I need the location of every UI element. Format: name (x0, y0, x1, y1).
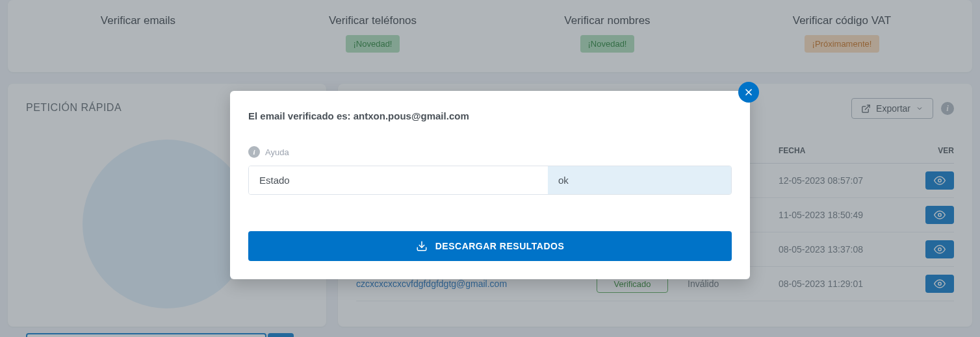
modal-title: El email verificado es: antxon.pous@gmai… (248, 110, 732, 121)
modal-overlay: El email verificado es: antxon.pous@gmai… (0, 0, 980, 337)
download-icon (416, 240, 428, 252)
status-label: Estado (249, 166, 548, 194)
verification-result-modal: El email verificado es: antxon.pous@gmai… (230, 91, 750, 279)
status-value: ok (548, 166, 731, 194)
help-label: Ayuda (265, 147, 289, 157)
download-results-button[interactable]: DESCARGAR RESULTADOS (248, 231, 732, 261)
download-label: DESCARGAR RESULTADOS (435, 241, 565, 251)
close-button[interactable] (738, 82, 759, 103)
status-row: Estado ok (248, 166, 732, 195)
help-row[interactable]: i Ayuda (248, 146, 732, 158)
close-icon (743, 87, 754, 97)
info-icon: i (248, 146, 260, 158)
